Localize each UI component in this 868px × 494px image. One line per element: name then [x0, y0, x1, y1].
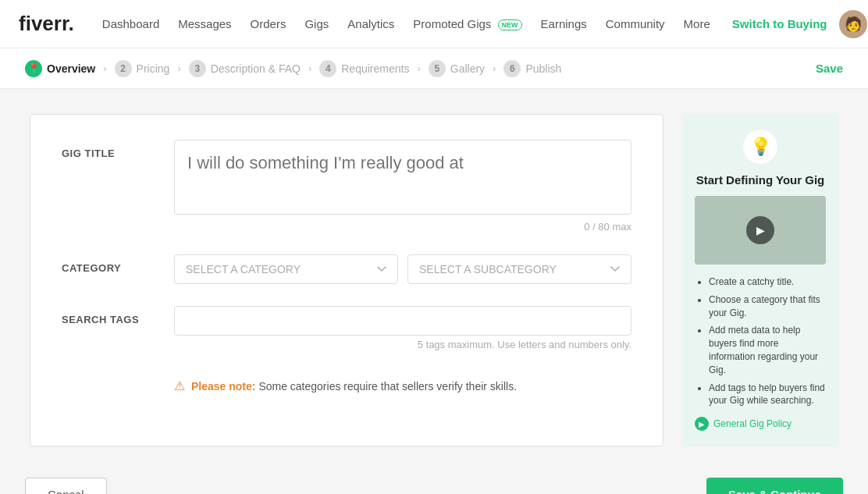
step-label-requirements: Requirements	[341, 62, 409, 75]
side-icon: 💡	[743, 130, 777, 164]
new-badge: NEW	[498, 20, 522, 30]
tip-2: Choose a category that fits your Gig.	[709, 293, 826, 320]
tip-4: Add tags to help buyers find your Gig wh…	[709, 382, 826, 408]
category-row: CATEGORY SELECT A CATEGORY SELECT A SUBC…	[62, 254, 631, 284]
navbar: fiverr. Dashboard Messages Orders Gigs A…	[0, 0, 868, 48]
gig-title-label: GIG TITLE	[62, 140, 155, 159]
breadcrumb-step-requirements[interactable]: 4 Requirements	[319, 60, 409, 77]
notice-icon: ⚠	[174, 378, 185, 393]
step-num-2: 2	[115, 60, 132, 77]
promoted-gigs-label: Promoted Gigs	[413, 17, 491, 30]
nav-link-earnings[interactable]: Earnings	[541, 17, 587, 30]
breadcrumb-step-gallery[interactable]: 5 Gallery	[429, 60, 485, 77]
gig-title-row: GIG TITLE 0 / 80 max	[62, 140, 631, 233]
gig-title-input[interactable]	[174, 140, 631, 215]
side-panel: 💡 Start Defining Your Gig ▶ Create a cat…	[682, 114, 838, 446]
nav-link-analytics[interactable]: Analytics	[347, 17, 394, 30]
nav-link-dashboard[interactable]: Dashboard	[102, 17, 159, 30]
category-select[interactable]: SELECT A CATEGORY	[174, 254, 398, 284]
tip-1: Create a catchy title.	[709, 275, 826, 289]
main-content: GIG TITLE 0 / 80 max CATEGORY SELECT A C…	[5, 89, 863, 471]
play-button[interactable]: ▶	[746, 216, 774, 244]
subcategory-select[interactable]: SELECT A SUBCATEGORY	[407, 254, 631, 284]
step-label-description: Description & FAQ	[211, 62, 301, 75]
cancel-button[interactable]: Cancel	[25, 478, 107, 494]
breadcrumb-sep-2: ›	[177, 62, 180, 74]
breadcrumb-step-publish[interactable]: 6 Publish	[503, 60, 561, 77]
switch-buying-button[interactable]: Switch to Buying	[732, 17, 827, 30]
policy-icon: ▶	[695, 417, 709, 431]
search-tags-label: SEARCH TAGS	[62, 306, 155, 325]
avatar: 🧑	[839, 10, 867, 38]
save-continue-button[interactable]: Save & Continue	[706, 478, 843, 494]
step-label-publish: Publish	[525, 62, 561, 75]
step-num-3: 3	[189, 60, 206, 77]
breadcrumb-step-overview[interactable]: 📍 Overview	[25, 60, 95, 77]
tags-input[interactable]	[174, 306, 631, 336]
nav-link-more[interactable]: More	[684, 17, 710, 30]
tags-hint: 5 tags maximum. Use letters and numbers …	[174, 339, 631, 350]
nav-link-messages[interactable]: Messages	[178, 17, 231, 30]
search-tags-field: 5 tags maximum. Use letters and numbers …	[174, 306, 631, 350]
step-num-4: 4	[319, 60, 336, 77]
notice-row: ⚠ Please note: Some categories require t…	[62, 372, 631, 393]
nav-right: Switch to Buying 🧑 Rs7,293.32	[732, 10, 868, 38]
breadcrumb-sep-3: ›	[308, 62, 311, 74]
tips-list: Create a catchy title. Choose a category…	[695, 275, 826, 407]
form-card: GIG TITLE 0 / 80 max CATEGORY SELECT A C…	[30, 114, 663, 446]
category-label: CATEGORY	[62, 254, 155, 274]
policy-link[interactable]: ▶ General Gig Policy	[695, 417, 826, 431]
step-label-overview: Overview	[47, 62, 95, 75]
step-label-pricing: Pricing	[137, 62, 170, 75]
nav-link-community[interactable]: Community	[606, 17, 665, 30]
nav-link-gigs[interactable]: Gigs	[304, 17, 329, 30]
tip-3: Add meta data to help buyers find more i…	[709, 324, 826, 376]
breadcrumb-step-pricing[interactable]: 2 Pricing	[115, 60, 170, 77]
step-icon-overview: 📍	[25, 60, 42, 77]
breadcrumb-sep-1: ›	[103, 62, 106, 74]
category-field: SELECT A CATEGORY SELECT A SUBCATEGORY	[174, 254, 631, 284]
breadcrumb-step-description[interactable]: 3 Description & FAQ	[189, 60, 301, 77]
side-title: Start Defining Your Gig	[695, 173, 826, 187]
nav-link-promoted-gigs[interactable]: Promoted Gigs NEW	[413, 17, 521, 30]
logo-text: fiverr	[19, 12, 69, 35]
save-button-top[interactable]: Save	[816, 62, 843, 75]
notice-body: Some categories require that sellers ver…	[258, 380, 517, 393]
step-num-6: 6	[503, 60, 521, 77]
video-thumbnail[interactable]: ▶	[695, 196, 826, 265]
category-selects: SELECT A CATEGORY SELECT A SUBCATEGORY	[174, 254, 631, 284]
char-count: 0 / 80 max	[174, 221, 631, 233]
nav-link-orders[interactable]: Orders	[251, 17, 286, 30]
search-tags-row: SEARCH TAGS 5 tags maximum. Use letters …	[62, 306, 631, 350]
breadcrumb-sep-4: ›	[417, 62, 420, 74]
notice-text: Please note: Some categories require tha…	[191, 380, 517, 393]
gig-title-field: 0 / 80 max	[174, 140, 631, 233]
side-card: 💡 Start Defining Your Gig ▶ Create a cat…	[682, 114, 838, 446]
logo[interactable]: fiverr.	[19, 12, 74, 36]
footer-bar: Cancel Save & Continue	[0, 478, 868, 494]
breadcrumb-sep-5: ›	[493, 62, 496, 74]
step-num-5: 5	[429, 60, 446, 77]
policy-link-label: General Gig Policy	[713, 418, 792, 429]
breadcrumb-bar: 📍 Overview › 2 Pricing › 3 Description &…	[0, 48, 868, 89]
nav-links: Dashboard Messages Orders Gigs Analytics…	[102, 17, 710, 30]
notice-bold: Please note:	[191, 380, 255, 393]
step-label-gallery: Gallery	[450, 62, 485, 75]
